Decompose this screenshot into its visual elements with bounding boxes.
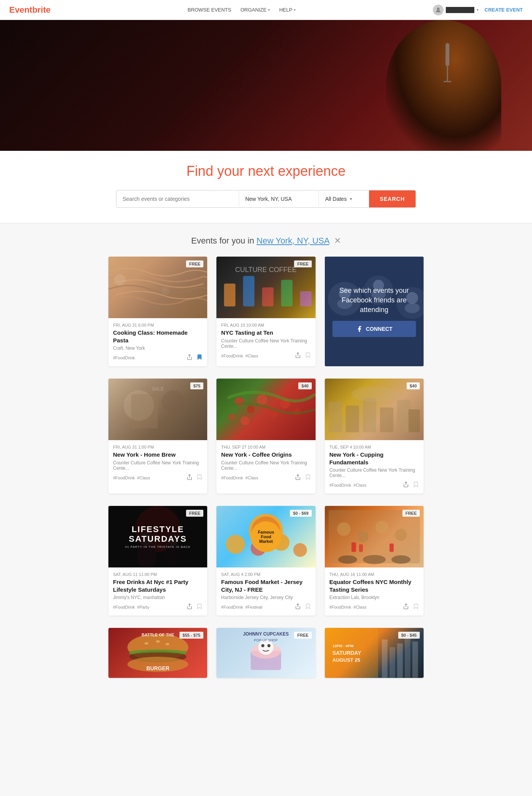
bookmark-button-lifestyle[interactable]	[196, 603, 203, 611]
share-button-food-market[interactable]	[295, 603, 301, 611]
hero-section	[0, 20, 532, 151]
event-card-tasting[interactable]: CULTURE COFFEE FREE FRI, AUG 10 10:00 AM…	[216, 257, 315, 366]
event-footer-origins: #FoodDrink #Class	[221, 474, 311, 482]
event-title-cupping: New York - Cupping Fundamentals	[329, 451, 419, 466]
event-card-food-market[interactable]: FamousFoodMarket $0 - $69 SAT, AUG 4 2:0…	[216, 506, 315, 616]
user-menu[interactable]: ████████ ▾	[433, 5, 479, 15]
dates-dropdown[interactable]: All Dates ▾	[319, 191, 369, 207]
event-card-equator[interactable]: FREE THU, AUG 16 11:00 AM Equator Coffee…	[325, 506, 424, 616]
search-section: Find your next experience All Dates ▾ SE…	[0, 151, 532, 224]
share-button-homebrew[interactable]	[186, 474, 193, 482]
clear-location-icon[interactable]: ✕	[334, 236, 341, 245]
events-row-1: FREE FRI, AUG 31 6:00 PM Cooking Class: …	[108, 257, 424, 366]
event-actions-homebrew	[186, 474, 203, 482]
search-input[interactable]	[116, 191, 239, 207]
svg-rect-38	[380, 407, 393, 432]
event-badge-popup: FREE	[294, 632, 311, 639]
bookmark-button[interactable]	[196, 354, 203, 362]
nav-browse[interactable]: BROWSE EVENTS	[188, 7, 231, 13]
svg-text:BURGER: BURGER	[146, 665, 170, 671]
event-card-body-pasta: FRI, AUG 31 6:00 PM Cooking Class: Homem…	[108, 318, 207, 366]
svg-point-57	[375, 521, 388, 534]
events-row-4: BATTLE OF THE BURGER $55 - $75	[108, 628, 424, 678]
svg-point-60	[338, 555, 357, 564]
share-icon	[186, 474, 193, 480]
event-date-food-market: SAT, AUG 4 2:00 PM	[221, 572, 311, 577]
event-image-origins: $40	[216, 379, 315, 440]
event-footer-equator: #FoodDrink #Class	[329, 603, 419, 611]
event-card-body-lifestyle: SAT, AUG 11 11:00 PM Free Drinks At Nyc …	[108, 567, 207, 616]
location-link[interactable]: New York, NY, USA	[256, 236, 329, 245]
event-card-lifestyle[interactable]: LIFESTYLESATURDAYS #1 PARTY IN THE TRIST…	[108, 506, 207, 616]
username: ████████	[446, 7, 474, 13]
search-button[interactable]: SEARCH	[369, 190, 416, 207]
nav-help[interactable]: HELP ▾	[279, 7, 296, 13]
main-nav: BROWSE EVENTS ORGANIZE ▾ HELP ▾	[188, 7, 296, 13]
event-actions	[186, 354, 203, 362]
svg-rect-82	[389, 647, 395, 678]
bookmark-button-tasting[interactable]	[305, 352, 311, 360]
event-date-tasting: FRI, AUG 10 10:00 AM	[221, 323, 311, 327]
event-venue-food-market: Harborside Jersey City, Jersey City	[221, 595, 311, 600]
svg-text:SALE: SALE	[152, 386, 164, 392]
bookmark-button-cupping[interactable]	[413, 481, 419, 489]
food-market-badge: FamousFoodMarket	[251, 521, 281, 552]
event-footer: #FoodDrink	[113, 354, 203, 362]
event-footer-food-market: #FoodDrink #Festival	[221, 603, 311, 611]
event-card-origins[interactable]: $40 THU, SEP 27 10:00 AM New York - Coff…	[216, 379, 315, 494]
svg-point-33	[228, 414, 235, 421]
bookmark-button-equator[interactable]	[413, 603, 419, 611]
event-title: Cooking Class: Homemade Pasta	[113, 329, 203, 344]
share-icon	[295, 352, 301, 358]
event-card-homebrew[interactable]: SALE $75 FRI, AUG 31 1:00 PM New York - …	[108, 379, 207, 494]
event-title-homebrew: New York - Home Brew	[113, 451, 203, 459]
facebook-text: See which events your Facebook friends a…	[332, 286, 416, 315]
svg-point-0	[437, 7, 439, 10]
share-button-equator[interactable]	[403, 603, 409, 611]
facebook-connect-button[interactable]: CONNECT	[332, 321, 416, 337]
nav-organize[interactable]: ORGANIZE ▾	[241, 7, 270, 13]
share-icon	[403, 481, 409, 487]
event-badge-free-lifestyle: FREE	[186, 510, 203, 517]
share-button-tasting[interactable]	[295, 352, 301, 360]
share-button-lifestyle[interactable]	[186, 603, 193, 611]
event-image-equator: FREE	[325, 506, 424, 567]
event-badge-40a: $40	[298, 382, 311, 389]
event-venue: Craft, New York	[113, 345, 203, 351]
event-title-origins: New York - Coffee Origins	[221, 451, 311, 459]
svg-text:SATURDAY: SATURDAY	[332, 650, 361, 656]
event-venue-lifestyle: Jimmy's NYC, manhattan	[113, 595, 203, 600]
bookmark-button-food-market[interactable]	[305, 603, 311, 611]
svg-rect-40	[408, 409, 420, 432]
bookmark-icon	[196, 474, 203, 480]
event-card-saturday[interactable]: 12PM - 6PM SATURDAY AUGUST 25 $0 - $45	[325, 628, 424, 678]
svg-point-55	[337, 522, 351, 536]
event-card-pasta[interactable]: FREE FRI, AUG 31 6:00 PM Cooking Class: …	[108, 257, 207, 366]
svg-point-59	[363, 555, 386, 564]
event-title-equator: Equator Coffees NYC Monthly Tasting Seri…	[329, 578, 419, 593]
event-actions-origins	[295, 474, 311, 482]
share-button[interactable]	[186, 354, 193, 362]
bookmark-button-homebrew[interactable]	[196, 474, 203, 482]
share-button-cupping[interactable]	[403, 481, 409, 489]
event-card-popup[interactable]: JOHNNY CUPCAKES POP-UP SHOP FREE	[216, 628, 315, 678]
event-card-burger[interactable]: BATTLE OF THE BURGER $55 - $75	[108, 628, 207, 678]
tag-fooddrink: #FoodDrink	[113, 355, 135, 360]
svg-rect-83	[397, 643, 403, 678]
bookmark-icon	[413, 481, 419, 487]
create-event-button[interactable]: CREATE EVENT	[485, 7, 523, 13]
event-venue-origins: Counter Culture Coffee New York Training…	[221, 460, 311, 471]
event-card-cupping[interactable]: $40 TUE, SEP 4 10:00 AM New York - Cuppi…	[325, 379, 424, 494]
event-date-cupping: TUE, SEP 4 10:00 AM	[329, 445, 419, 449]
location-input[interactable]	[239, 191, 319, 207]
event-venue-cupping: Counter Culture Coffee New York Training…	[329, 467, 419, 478]
svg-text:POP-UP SHOP: POP-UP SHOP	[254, 638, 278, 642]
dates-value: All Dates	[325, 196, 347, 202]
svg-point-66	[145, 642, 148, 644]
event-badge-75: $75	[190, 382, 203, 389]
share-button-origins[interactable]	[295, 474, 301, 482]
bookmark-button-origins[interactable]	[305, 474, 311, 482]
svg-point-28	[247, 406, 255, 413]
svg-text:BATTLE OF THE: BATTLE OF THE	[141, 632, 174, 637]
svg-point-68	[165, 643, 169, 645]
